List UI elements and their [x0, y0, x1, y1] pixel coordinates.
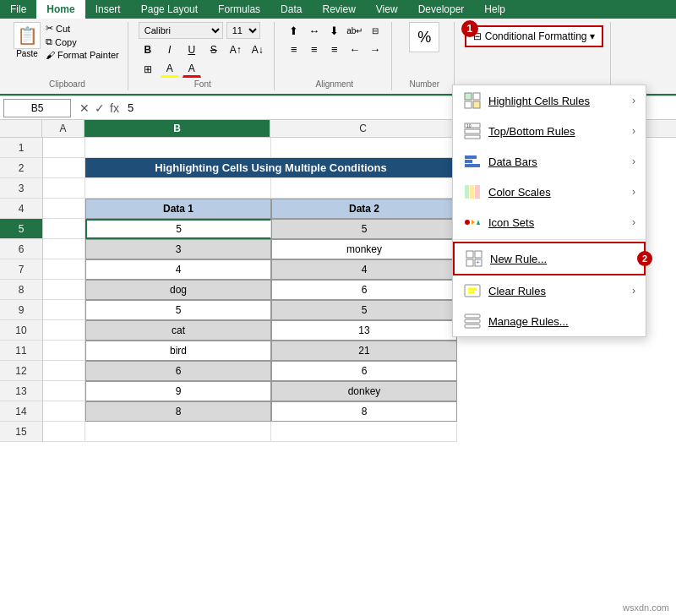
cell-13b[interactable]: 9	[85, 381, 271, 401]
tab-formulas[interactable]: Formulas	[208, 0, 270, 19]
cell-8a[interactable]	[43, 280, 85, 300]
cell-7c[interactable]: 4	[271, 259, 457, 280]
confirm-icon[interactable]: ✓	[95, 101, 105, 115]
tab-home[interactable]: Home	[36, 0, 84, 19]
cell-10c[interactable]: 13	[271, 320, 457, 341]
underline-button[interactable]: U	[183, 41, 201, 58]
top-bottom-item[interactable]: 10 Top/Bottom Rules ›	[453, 116, 646, 146]
wrap-text-button[interactable]: ab↵	[346, 22, 364, 39]
font-family-select[interactable]: Calibri	[139, 22, 223, 39]
cell-5a[interactable]	[43, 219, 85, 239]
clear-rules-item[interactable]: Clear Rules ›	[453, 275, 646, 306]
cell-15b[interactable]	[85, 422, 271, 442]
tab-data[interactable]: Data	[270, 0, 312, 19]
cell-12b[interactable]: 6	[85, 361, 271, 381]
tab-file[interactable]: File	[0, 0, 36, 19]
tab-review[interactable]: Review	[312, 0, 365, 19]
cell-3c[interactable]	[271, 178, 457, 199]
color-scales-item[interactable]: Color Scales ›	[453, 177, 646, 207]
cell-4c[interactable]: Data 2	[271, 199, 457, 219]
align-right-button[interactable]: ≡	[325, 41, 344, 57]
cell-1a[interactable]	[43, 138, 85, 158]
cell-11b[interactable]: bird	[85, 341, 271, 361]
highlight-cells-item[interactable]: Highlight Cells Rules ›	[453, 85, 646, 116]
tab-developer[interactable]: Developer	[408, 0, 475, 19]
cell-2a[interactable]	[43, 158, 85, 178]
increase-indent-button[interactable]: →	[366, 41, 384, 57]
cell-8c[interactable]: 6	[271, 280, 457, 300]
cell-5c[interactable]: 5	[271, 219, 457, 239]
strikethrough-button[interactable]: S	[204, 41, 223, 58]
cell-3a[interactable]	[43, 178, 85, 199]
align-row-2: ≡ ≡ ≡ ← →	[285, 41, 384, 57]
italic-button[interactable]: I	[161, 41, 179, 58]
table-row: cat 13	[43, 320, 457, 341]
cell-8b[interactable]: dog	[85, 280, 271, 300]
tab-insert[interactable]: Insert	[85, 0, 131, 19]
new-rule-item[interactable]: + New Rule... 2	[453, 242, 646, 275]
cell-7a[interactable]	[43, 259, 85, 280]
cell-12c[interactable]: 6	[271, 361, 457, 381]
align-center-button[interactable]: ≡	[305, 41, 324, 57]
insert-function-icon[interactable]: fx	[110, 101, 119, 115]
cell-15c[interactable]	[271, 422, 457, 442]
tab-view[interactable]: View	[366, 0, 408, 19]
decrease-font-button[interactable]: A↓	[248, 41, 267, 58]
fill-color-button[interactable]: A	[161, 61, 179, 78]
tab-help[interactable]: Help	[474, 0, 515, 19]
align-left-button[interactable]: ≡	[285, 41, 303, 57]
align-bottom-button[interactable]: ⬇	[325, 22, 344, 39]
cell-3b[interactable]	[85, 178, 271, 199]
cell-15a[interactable]	[43, 422, 85, 442]
cell-4b[interactable]: Data 1	[85, 199, 271, 219]
cell-11a[interactable]	[43, 341, 85, 361]
manage-rules-item[interactable]: Manage Rules...	[453, 306, 646, 336]
cell-1b[interactable]	[85, 138, 271, 158]
number-group: % Number	[395, 22, 455, 90]
watermark: wsxdn.com	[623, 602, 669, 613]
percent-button[interactable]: %	[409, 22, 439, 52]
cut-button[interactable]: ✂Cut	[44, 22, 121, 35]
cell-1c[interactable]	[271, 138, 457, 158]
cell-14a[interactable]	[43, 401, 85, 422]
cell-10a[interactable]	[43, 320, 85, 341]
conditional-formatting-button[interactable]: 1 ⊟ Conditional Formatting ▾	[465, 25, 604, 47]
icon-sets-item[interactable]: Icon Sets ›	[453, 207, 646, 237]
data-bars-item[interactable]: Data Bars ›	[453, 146, 646, 177]
copy-button[interactable]: ⧉Copy	[44, 35, 121, 48]
cell-13a[interactable]	[43, 381, 85, 401]
decrease-indent-button[interactable]: ←	[346, 41, 364, 57]
borders-button[interactable]: ⊞	[139, 61, 157, 78]
cell-6c[interactable]: monkey	[271, 239, 457, 259]
cell-6a[interactable]	[43, 239, 85, 259]
font-color-button[interactable]: A	[183, 61, 201, 78]
font-size-select[interactable]: 11	[226, 22, 260, 39]
cell-14b[interactable]: 8	[85, 401, 271, 422]
merge-button[interactable]: ⊟	[366, 22, 384, 39]
cell-13c[interactable]: donkey	[271, 381, 457, 401]
align-middle-button[interactable]: ↔	[305, 22, 324, 39]
tab-page-layout[interactable]: Page Layout	[131, 0, 208, 19]
paste-button[interactable]: 📋 Paste	[14, 22, 41, 73]
cell-10b[interactable]: cat	[85, 320, 271, 341]
cell-14c[interactable]: 8	[271, 401, 457, 422]
cell-9c[interactable]: 5	[271, 300, 457, 320]
bold-button[interactable]: B	[139, 41, 157, 58]
cell-11c[interactable]: 21	[271, 341, 457, 361]
color-scales-label: Color Scales	[488, 186, 625, 199]
increase-font-button[interactable]: A↑	[226, 41, 245, 58]
cell-6b[interactable]: 3	[85, 239, 271, 259]
cell-7b[interactable]: 4	[85, 259, 271, 280]
cell-12a[interactable]	[43, 361, 85, 381]
svg-rect-1	[473, 93, 480, 100]
cell-9a[interactable]	[43, 300, 85, 320]
svg-rect-28	[465, 324, 480, 328]
name-box[interactable]	[3, 99, 71, 117]
align-top-button[interactable]: ⬆	[285, 22, 303, 39]
cancel-icon[interactable]: ✕	[79, 101, 90, 115]
cell-2b[interactable]: Highlighting Cells Using Multiple Condit…	[85, 158, 457, 178]
format-painter-button[interactable]: 🖌Format Painter	[44, 49, 121, 61]
cell-5b[interactable]: 5	[85, 219, 271, 239]
cell-4a[interactable]	[43, 199, 85, 219]
cell-9b[interactable]: 5	[85, 300, 271, 320]
